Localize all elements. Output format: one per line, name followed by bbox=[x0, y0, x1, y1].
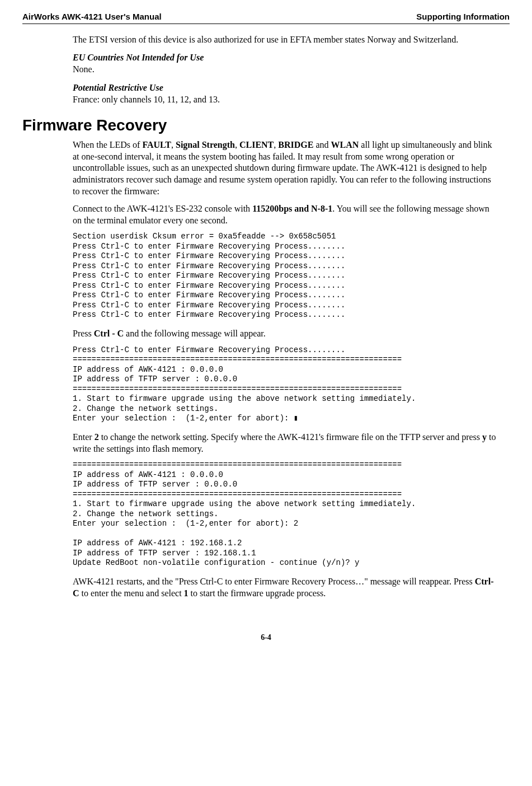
etsi-paragraph: The ETSI version of this device is also … bbox=[73, 34, 498, 46]
wlan-bold: WLAN bbox=[331, 140, 359, 149]
option-2-bold: 2 bbox=[95, 432, 99, 442]
text: Enter bbox=[73, 432, 95, 442]
text: to change the network setting. Specify w… bbox=[99, 432, 482, 442]
baud-bold: 115200bps and N-8-1 bbox=[252, 204, 332, 213]
recovery-para-4: Enter 2 to change the network setting. S… bbox=[73, 432, 498, 455]
page-header: AirWorks AWK-4121 User's Manual Supporti… bbox=[22, 11, 510, 24]
recovery-para-2: Connect to the AWK-4121's ES-232 console… bbox=[73, 203, 498, 227]
page-number: 6-4 bbox=[22, 633, 510, 643]
eu-subhead: EU Countries Not Intended for Use bbox=[73, 52, 498, 64]
fault-bold: FAULT bbox=[142, 140, 171, 149]
text: , bbox=[235, 140, 239, 149]
terminal-output-3: ========================================… bbox=[73, 460, 498, 568]
text: , bbox=[171, 140, 176, 149]
text: Connect to the AWK-4121's ES-232 console… bbox=[73, 204, 252, 213]
client-bold: CLIENT bbox=[239, 140, 274, 149]
y-bold: y bbox=[482, 432, 487, 442]
text: AWK-4121 restarts, and the "Press Ctrl-C… bbox=[73, 577, 475, 586]
recovery-para-3: Press Ctrl - C and the following message… bbox=[73, 328, 498, 340]
recovery-para-5: AWK-4121 restarts, and the "Press Ctrl-C… bbox=[73, 576, 498, 600]
content-area: The ETSI version of this device is also … bbox=[73, 34, 498, 106]
text: and the following message will appear. bbox=[124, 329, 266, 338]
bridge-bold: BRIDGE bbox=[278, 140, 313, 149]
recovery-para-1: When the LEDs of FAULT, Signal Strength,… bbox=[73, 139, 498, 198]
restrictive-body: France: only channels 10, 11, 12, and 13… bbox=[73, 94, 498, 106]
header-right: Supporting Information bbox=[416, 11, 510, 22]
text: Press bbox=[73, 329, 94, 338]
terminal-output-2: Press Ctrl-C to enter Firmware Recoveryi… bbox=[73, 345, 498, 424]
option-1-bold: 1 bbox=[184, 588, 189, 598]
recovery-content: When the LEDs of FAULT, Signal Strength,… bbox=[73, 139, 498, 600]
text: When the LEDs of bbox=[73, 140, 142, 149]
signal-strength-bold: Signal Strength bbox=[176, 140, 235, 149]
eu-body: None. bbox=[73, 64, 498, 76]
terminal-output-1: Section userdisk Cksum error = 0xa5feadd… bbox=[73, 232, 498, 320]
header-left: AirWorks AWK-4121 User's Manual bbox=[22, 11, 162, 22]
text: to start the firmware upgrade process. bbox=[189, 588, 326, 598]
text: to enter the menu and select bbox=[79, 588, 184, 598]
firmware-recovery-heading: Firmware Recovery bbox=[22, 115, 510, 135]
text: and bbox=[313, 140, 331, 149]
ctrl-c-bold: Ctrl - C bbox=[94, 329, 124, 338]
restrictive-subhead: Potential Restrictive Use bbox=[73, 82, 498, 94]
